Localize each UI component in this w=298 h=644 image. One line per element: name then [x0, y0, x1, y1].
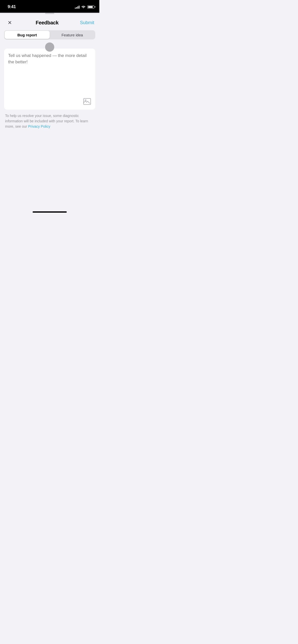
segment-control: Bug report Feature idea [4, 30, 95, 39]
submit-button[interactable]: Submit [80, 19, 94, 26]
disclaimer-text: To help us resolve your issue, some diag… [0, 110, 99, 129]
status-time: 9:41 [8, 4, 16, 9]
feedback-textarea[interactable] [8, 53, 91, 104]
nav-bar: ✕ Feedback Submit [0, 14, 99, 30]
segment-bug-report[interactable]: Bug report [5, 31, 50, 39]
feedback-card [4, 49, 95, 110]
segment-feature-idea[interactable]: Feature idea [50, 31, 95, 39]
close-icon: ✕ [8, 20, 12, 25]
signal-icon [75, 5, 79, 9]
svg-point-1 [85, 100, 86, 101]
status-bar: 9:41 [0, 0, 99, 13]
drag-dot [45, 42, 54, 52]
feedback-modal: ✕ Feedback Submit Bug report Feature ide… [0, 14, 99, 129]
privacy-policy-link[interactable]: Privacy Policy [28, 124, 50, 128]
wifi-icon [81, 5, 86, 9]
image-icon [83, 98, 91, 105]
battery-icon [87, 5, 94, 9]
home-indicator [33, 211, 67, 213]
page-title: Feedback [36, 20, 59, 26]
segment-wrapper: Bug report Feature idea [0, 30, 99, 39]
close-button[interactable]: ✕ [5, 18, 14, 27]
status-icons [75, 5, 94, 9]
drag-indicator-area [0, 42, 99, 52]
image-attach-button[interactable] [83, 97, 92, 106]
